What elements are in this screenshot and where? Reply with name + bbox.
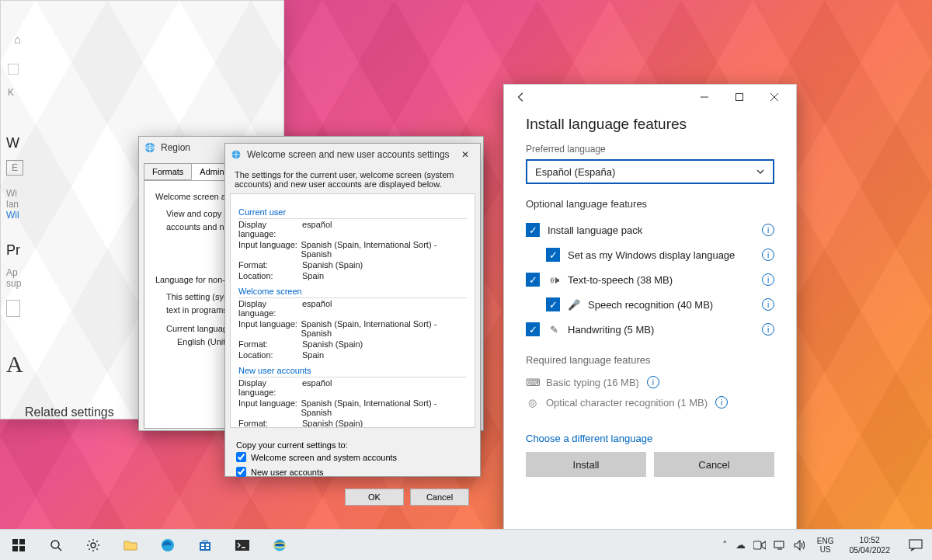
chk-new-user-box[interactable] xyxy=(236,467,246,477)
chk-speech[interactable] xyxy=(546,297,560,311)
lang-titlebar[interactable] xyxy=(504,85,796,110)
chk-welcome-screen-box[interactable] xyxy=(236,452,246,462)
feature-tts: 🕪 Text-to-speech (38 MB) i xyxy=(526,267,774,292)
peek-ap: Ap xyxy=(6,267,18,278)
cancel-button[interactable]: Cancel xyxy=(654,452,774,477)
required-basic-typing: ⌨ Basic typing (16 MB) i xyxy=(526,372,774,392)
maximize-button[interactable] xyxy=(722,86,756,108)
section-new-user-accounts: New user accounts xyxy=(238,363,467,377)
tab-formats[interactable]: Formats xyxy=(144,163,192,180)
back-button[interactable] xyxy=(509,85,534,110)
peek-related: Related settings xyxy=(25,405,114,419)
taskbar-explorer[interactable] xyxy=(112,530,149,560)
info-icon[interactable]: i xyxy=(715,396,728,409)
peek-box xyxy=(6,300,20,317)
search-button[interactable] xyxy=(37,530,75,560)
home-icon: ⌂ xyxy=(14,33,21,46)
tray-chevron-up-icon[interactable]: ˄ xyxy=(722,539,728,551)
info-icon[interactable]: i xyxy=(762,224,774,236)
welcome-intro: The settings for the current user, welco… xyxy=(235,170,471,189)
svg-rect-4 xyxy=(12,539,18,544)
welcome-dialog: Welcome screen and new user accounts set… xyxy=(224,143,481,477)
preferred-language-label: Preferred language xyxy=(526,144,774,155)
peek-wi: Wi xyxy=(6,188,17,199)
section-current-user: Current user xyxy=(238,205,467,219)
feature-set-display: Set as my Windows display language i xyxy=(526,242,774,267)
copy-heading: Copy your current settings to: xyxy=(236,440,469,450)
svg-rect-16 xyxy=(235,540,249,551)
chk-install-pack[interactable] xyxy=(526,223,540,237)
chk-tts[interactable] xyxy=(526,273,540,287)
tray-meetnow-icon[interactable] xyxy=(753,541,766,550)
ok-button[interactable]: OK xyxy=(345,489,404,506)
svg-rect-19 xyxy=(753,541,761,549)
speaker-icon: 🕪 xyxy=(548,274,560,286)
taskbar-ie[interactable] xyxy=(261,530,298,560)
required-ocr: ◎ Optical character recognition (1 MB) i xyxy=(526,392,774,412)
welcome-titlebar[interactable]: Welcome screen and new user accounts set… xyxy=(225,144,480,165)
info-icon[interactable]: i xyxy=(647,376,659,388)
clock[interactable]: 10:52 05/04/2022 xyxy=(844,535,895,554)
language-select[interactable]: Español (España) xyxy=(526,159,774,184)
section-welcome-screen: Welcome screen xyxy=(238,284,467,298)
info-icon[interactable]: i xyxy=(762,323,774,336)
ocr-icon: ◎ xyxy=(526,397,538,409)
info-icon[interactable]: i xyxy=(762,298,774,311)
tray-onedrive-icon[interactable]: ☁ xyxy=(736,539,746,551)
svg-rect-12 xyxy=(201,544,204,546)
chk-new-user[interactable]: New user accounts xyxy=(236,464,469,479)
choose-different-language-link[interactable]: Choose a different language xyxy=(526,433,652,444)
cancel-button[interactable]: Cancel xyxy=(410,489,469,506)
feature-handwriting: ✎ Handwriting (5 MB) i xyxy=(526,317,774,342)
page-title: Install language features xyxy=(526,116,774,133)
close-button[interactable] xyxy=(756,86,791,108)
svg-rect-5 xyxy=(19,539,25,544)
keyboard-icon: ⌨ xyxy=(526,377,538,388)
taskbar-settings[interactable] xyxy=(75,530,112,560)
chk-handwriting[interactable] xyxy=(526,322,540,336)
svg-rect-21 xyxy=(909,540,922,548)
start-button[interactable] xyxy=(0,530,37,560)
microphone-icon: 🎤 xyxy=(568,299,580,311)
checkbox-peek-icon xyxy=(8,64,19,75)
peek-k: K xyxy=(8,87,14,98)
tray-network-icon[interactable] xyxy=(774,541,786,550)
peek-w: W xyxy=(6,135,19,151)
pen-icon: ✎ xyxy=(548,324,560,336)
optional-features-heading: Optional language features xyxy=(526,198,774,210)
region-title: Region xyxy=(161,142,190,153)
info-icon[interactable]: i xyxy=(762,273,774,286)
svg-rect-11 xyxy=(200,542,210,551)
taskbar-terminal[interactable] xyxy=(224,530,261,560)
required-features-heading: Required language features xyxy=(526,354,774,366)
svg-rect-7 xyxy=(19,546,25,551)
chevron-down-icon xyxy=(756,167,765,176)
feature-speech: 🎤 Speech recognition (40 MB) i xyxy=(526,292,774,317)
chk-welcome-screen[interactable]: Welcome screen and system accounts xyxy=(236,450,469,464)
svg-rect-13 xyxy=(206,544,209,546)
info-icon[interactable]: i xyxy=(762,249,774,261)
svg-rect-20 xyxy=(774,541,784,548)
language-indicator[interactable]: ENG US xyxy=(814,537,837,554)
peek-wil: Wil xyxy=(6,210,19,221)
taskbar: ˄ ☁ ENG US 10:52 05/04/2022 xyxy=(0,529,932,560)
svg-rect-15 xyxy=(206,547,209,549)
svg-rect-6 xyxy=(12,546,18,551)
peek-pr: Pr xyxy=(6,242,20,259)
action-center-button[interactable] xyxy=(899,530,932,560)
chk-set-display[interactable] xyxy=(546,248,560,262)
svg-rect-14 xyxy=(201,547,204,549)
svg-point-9 xyxy=(91,543,96,548)
svg-rect-3 xyxy=(736,94,742,101)
svg-point-8 xyxy=(51,541,59,548)
taskbar-store[interactable] xyxy=(186,530,224,560)
globe-icon xyxy=(144,141,156,154)
accounts-panel: Current user Display language:español In… xyxy=(230,193,475,428)
install-language-dialog: Install language features Preferred lang… xyxy=(503,84,797,534)
feature-install-pack: Install language pack i xyxy=(526,217,774,242)
taskbar-edge[interactable] xyxy=(149,530,186,560)
close-icon[interactable]: ✕ xyxy=(455,144,475,165)
minimize-button[interactable] xyxy=(687,86,722,108)
tray-volume-icon[interactable] xyxy=(794,540,806,551)
install-button[interactable]: Install xyxy=(526,452,646,477)
